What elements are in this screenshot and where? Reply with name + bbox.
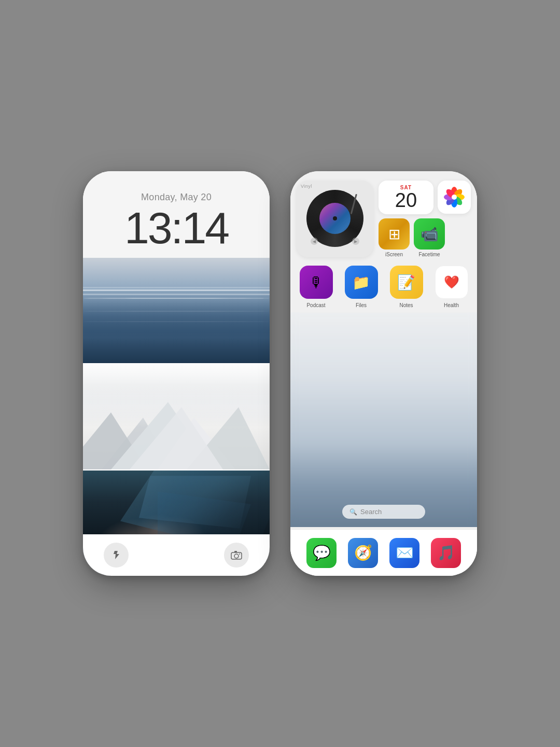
vinyl-disc: ◀ ▶ — [306, 190, 363, 247]
svg-point-1 — [234, 554, 239, 558]
dock-app-music[interactable] — [431, 538, 461, 568]
svg-rect-2 — [234, 551, 237, 552]
music-dock-icon — [431, 538, 461, 568]
notes-label: Notes — [399, 302, 413, 308]
search-icon: 🔍 — [349, 508, 357, 516]
svg-point-3 — [239, 554, 240, 555]
photos-icon — [443, 186, 466, 209]
dock-app-safari[interactable] — [348, 538, 378, 568]
iscreen-icon — [379, 218, 410, 250]
app-grid-item-files[interactable]: Files — [342, 266, 381, 308]
camera-button[interactable] — [224, 543, 249, 568]
right-widgets: SAT 20 — [379, 181, 471, 257]
lock-panel-ocean — [83, 258, 270, 364]
lock-panel-mountain — [83, 364, 270, 471]
lock-date: Monday, May 20 — [141, 192, 212, 203]
flashlight-button[interactable] — [104, 543, 129, 568]
files-icon — [345, 266, 378, 299]
lock-screen-phone: Monday, May 20 13:14 — [83, 171, 270, 576]
app-grid: Podcast Files Notes Health — [297, 266, 471, 308]
dock-app-mail[interactable] — [389, 538, 419, 568]
files-label: Files — [356, 302, 367, 308]
cal-date: 20 — [395, 190, 417, 210]
health-label: Health — [444, 302, 459, 308]
home-screen-phone: Vinyl ◀ ▶ SAT 20 — [290, 171, 477, 576]
dock-app-messages[interactable] — [306, 538, 337, 568]
blurred-overlay — [290, 312, 477, 527]
vinyl-center-art — [319, 203, 351, 234]
podcast-label: Podcast — [306, 302, 325, 308]
app-grid-section: Podcast Files Notes Health — [290, 261, 477, 310]
app-grid-item-notes[interactable]: Notes — [387, 266, 426, 308]
app-grid-item-podcast[interactable]: Podcast — [297, 266, 335, 308]
widgets-row: Vinyl ◀ ▶ SAT 20 — [290, 171, 477, 261]
top-apps-row: iScreen Facetime — [379, 218, 471, 257]
search-placeholder: Search — [360, 508, 382, 516]
home-screen-content: Vinyl ◀ ▶ SAT 20 — [290, 171, 477, 576]
safari-dock-icon — [348, 538, 378, 568]
blurred-section: 🔍 Search — [290, 312, 477, 527]
podcast-icon — [300, 266, 333, 299]
health-icon — [435, 266, 468, 299]
app-iscreen-label: iScreen — [385, 252, 403, 257]
photos-widget[interactable] — [438, 181, 471, 214]
dock — [290, 529, 477, 576]
lock-time: 13:14 — [124, 205, 228, 250]
app-iscreen[interactable]: iScreen — [379, 218, 410, 257]
svg-point-12 — [452, 195, 457, 200]
mail-dock-icon — [389, 538, 419, 568]
app-facetime-label: Facetime — [418, 252, 440, 257]
search-bar[interactable]: 🔍 Search — [342, 505, 425, 519]
app-grid-item-health[interactable]: Health — [432, 266, 471, 308]
calendar-photos-row: SAT 20 — [379, 181, 471, 214]
messages-dock-icon — [306, 538, 337, 568]
lock-screen-content: Monday, May 20 13:14 — [83, 171, 270, 576]
notes-icon — [390, 266, 423, 299]
facetime-icon — [414, 218, 445, 250]
search-bar-container: 🔍 Search — [342, 505, 425, 519]
calendar-widget[interactable]: SAT 20 — [379, 181, 433, 214]
vinyl-arm — [351, 194, 357, 214]
vinyl-widget[interactable]: Vinyl ◀ ▶ — [297, 181, 373, 257]
lock-bottom-bar — [83, 534, 270, 576]
vinyl-label: Vinyl — [301, 184, 312, 189]
lock-images — [83, 258, 270, 576]
app-facetime[interactable]: Facetime — [414, 218, 445, 257]
